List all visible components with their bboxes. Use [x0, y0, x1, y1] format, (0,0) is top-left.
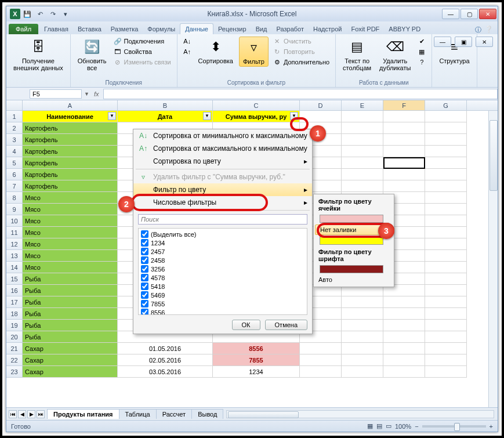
- cell[interactable]: [425, 238, 467, 250]
- column-header-name[interactable]: Наименование▼: [23, 111, 118, 122]
- cell[interactable]: [383, 169, 425, 180]
- checklist-item[interactable]: 8556: [140, 308, 306, 315]
- cancel-button[interactable]: Отмена: [265, 320, 307, 330]
- cell[interactable]: [300, 343, 342, 354]
- row-header[interactable]: 13: [6, 250, 23, 262]
- checkbox[interactable]: [141, 291, 148, 299]
- checkbox[interactable]: [141, 274, 148, 281]
- tab-home[interactable]: Главная: [39, 24, 73, 34]
- tab-view[interactable]: Вид: [251, 24, 272, 34]
- checklist-item[interactable]: (Выделить все): [140, 230, 306, 238]
- tab-data[interactable]: Данные: [180, 23, 213, 34]
- col-header-c[interactable]: C: [213, 100, 300, 110]
- col-header-e[interactable]: E: [342, 100, 383, 110]
- row-header[interactable]: 6: [6, 169, 23, 180]
- menu-sort-desc[interactable]: A↑Сортировка от максимального к минималь…: [133, 142, 312, 155]
- submenu-auto[interactable]: Авто: [314, 275, 394, 284]
- cell[interactable]: [425, 169, 467, 180]
- tab-layout[interactable]: Разметка: [106, 24, 143, 34]
- checklist-item[interactable]: 1234: [140, 238, 306, 247]
- cell[interactable]: Мясо: [23, 262, 118, 273]
- column-header-sum[interactable]: Сумма выручки, ру▼: [213, 111, 300, 122]
- cell[interactable]: [383, 296, 425, 308]
- color-swatch-pink[interactable]: [320, 215, 383, 223]
- cell[interactable]: [383, 157, 425, 169]
- menu-sort-color[interactable]: Сортировка по цвету▸: [133, 155, 312, 168]
- horizontal-scrollbar[interactable]: [226, 410, 494, 418]
- cell[interactable]: 03.05.2016: [118, 366, 213, 378]
- row-header[interactable]: 7: [6, 180, 23, 192]
- qat-more-icon[interactable]: ▾: [60, 8, 71, 20]
- sheet-tab-2[interactable]: Таблица: [119, 409, 157, 419]
- connections-button[interactable]: 🔗Подключения: [113, 37, 172, 46]
- cell[interactable]: [425, 227, 467, 238]
- remove-duplicates-button[interactable]: ⌫Удалить дубликаты: [377, 37, 413, 73]
- filter-dropdown-icon[interactable]: ▼: [290, 112, 298, 120]
- cell[interactable]: 8556: [213, 343, 300, 354]
- cell[interactable]: Мясо: [23, 227, 118, 238]
- minimize-button[interactable]: —: [442, 9, 459, 19]
- reapply-button[interactable]: ↻Повторить: [272, 47, 331, 56]
- filter-button[interactable]: ▿ Фильтр: [239, 37, 269, 67]
- checkbox[interactable]: [141, 239, 148, 247]
- sort-button[interactable]: ⬍ Сортировка: [196, 37, 235, 66]
- cell[interactable]: [383, 146, 425, 157]
- filter-dropdown-icon[interactable]: ▼: [203, 112, 211, 120]
- cell[interactable]: Мясо: [23, 250, 118, 262]
- cell[interactable]: [425, 343, 467, 354]
- row-header[interactable]: 5: [6, 157, 23, 169]
- cell[interactable]: [425, 204, 467, 215]
- checkbox[interactable]: [141, 256, 148, 264]
- namebox-dropdown-icon[interactable]: ▼: [84, 91, 89, 97]
- table-row[interactable]: 1Наименование▼Дата▼Сумма выручки, ру▼: [6, 111, 498, 122]
- tab-review[interactable]: Рецензир: [213, 24, 251, 34]
- cell[interactable]: Мясо: [23, 204, 118, 215]
- name-box[interactable]: F5: [30, 89, 82, 99]
- row-header[interactable]: 10: [6, 215, 23, 227]
- cell[interactable]: Картофель: [23, 169, 118, 180]
- cell[interactable]: [342, 157, 383, 169]
- cell[interactable]: [342, 343, 383, 354]
- tab-insert[interactable]: Вставка: [73, 24, 106, 34]
- menu-number-filters[interactable]: Числовые фильтры▸: [133, 196, 312, 209]
- row-header[interactable]: 20: [6, 331, 23, 343]
- cell[interactable]: [425, 308, 467, 320]
- cell[interactable]: 1234: [213, 366, 300, 378]
- cell[interactable]: Сахар: [23, 343, 118, 354]
- row-header[interactable]: 16: [6, 285, 23, 296]
- zoom-out-icon[interactable]: −: [415, 423, 418, 430]
- checklist-item[interactable]: 4578: [140, 273, 306, 282]
- view-normal-icon[interactable]: ▦: [367, 422, 373, 430]
- cell[interactable]: [383, 343, 425, 354]
- sheet-tab-4[interactable]: Вывод: [191, 409, 223, 419]
- table-row[interactable]: 23Сахар03.05.20161234: [6, 366, 498, 378]
- cell[interactable]: [383, 354, 425, 366]
- clear-filter-button[interactable]: ✕Очистить: [272, 37, 331, 46]
- sort-desc-button[interactable]: A↑: [182, 47, 193, 56]
- cell[interactable]: Сахар: [23, 366, 118, 378]
- filter-dropdown-icon[interactable]: ▼: [108, 112, 116, 120]
- cell[interactable]: Картофель: [23, 157, 118, 169]
- filter-checklist[interactable]: (Выделить все)12342457245832564578541854…: [138, 228, 307, 315]
- row-header[interactable]: 3: [6, 134, 23, 146]
- whatif-button[interactable]: ?: [416, 57, 427, 67]
- tab-foxit[interactable]: Foxit PDF: [346, 24, 384, 34]
- cell[interactable]: [342, 320, 383, 331]
- cell[interactable]: [425, 192, 467, 204]
- column-header-date[interactable]: Дата▼: [118, 111, 213, 122]
- color-swatch-yellow[interactable]: [320, 237, 383, 245]
- edit-links-button[interactable]: ⊘Изменить связи: [113, 57, 172, 67]
- col-header-g[interactable]: G: [425, 100, 467, 110]
- row-header[interactable]: 11: [6, 227, 23, 238]
- cell[interactable]: [342, 180, 383, 192]
- workbook-close[interactable]: ✕: [476, 37, 493, 47]
- sheet-nav-prev-icon[interactable]: ◀: [18, 410, 26, 418]
- cell[interactable]: [425, 285, 467, 296]
- tab-dev[interactable]: Разработ: [272, 24, 309, 34]
- cell[interactable]: Рыба: [23, 296, 118, 308]
- cell[interactable]: [425, 180, 467, 192]
- cell[interactable]: Рыба: [23, 331, 118, 343]
- row-header[interactable]: 4: [6, 146, 23, 157]
- help-icon[interactable]: ❔: [485, 26, 493, 34]
- cell[interactable]: [383, 308, 425, 320]
